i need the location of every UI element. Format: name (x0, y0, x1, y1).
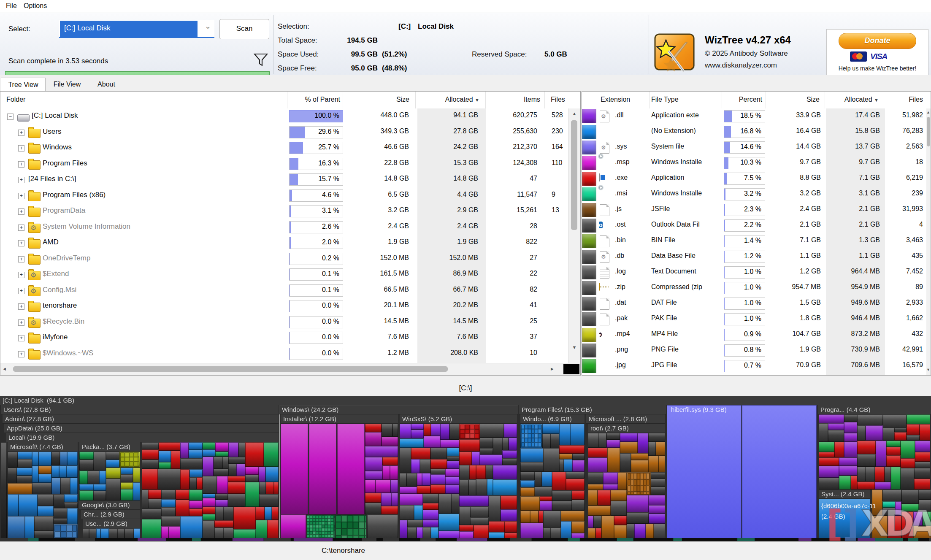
folder-table-row[interactable]: +AMD2.0 %1.9 GB1.9 GB822 (0, 235, 569, 251)
extension-table-row[interactable]: .pakPAK File1.0 %1.8 GB946.4 MB1,662 (582, 311, 927, 327)
treemap-canvas[interactable] (0, 396, 931, 541)
vertical-scrollbar[interactable]: ▲ ▼ (568, 108, 580, 364)
expand-toggle[interactable]: + (18, 145, 24, 151)
col-file-type[interactable]: File Type (650, 92, 722, 108)
items-value: 212,370 (487, 143, 537, 151)
folder-table-row[interactable]: +[24 Files in C:\]15.7 %14.8 GB14.8 GB47 (0, 172, 569, 188)
col-items[interactable]: Items (486, 92, 545, 108)
expand-toggle[interactable]: + (18, 193, 24, 199)
expand-toggle[interactable]: + (18, 272, 24, 278)
extension-table-row[interactable]: ⚙.sysSystem file14.6 %14.4 GB13.7 GB2,56… (582, 140, 927, 155)
folder-table-row[interactable]: +$Recycle.Bin0.0 %14.5 MB14.5 MB25 (0, 314, 569, 330)
extension-table-row[interactable]: .exeApplication7.5 %8.8 GB7.1 GB6,219 (582, 171, 927, 187)
col-percent[interactable]: Percent (722, 92, 766, 108)
horizontal-scrollbar[interactable]: ◄ ► (0, 363, 580, 375)
expand-toggle[interactable]: + (18, 319, 24, 326)
expand-toggle[interactable]: + (18, 161, 24, 168)
col-size[interactable]: Size (343, 92, 416, 108)
extension-table-row[interactable]: o.ostOutlook Data Fil2.2 %2.1 GB2.1 GB4 (582, 218, 927, 233)
scroll-up-arrow[interactable]: ▲ (926, 110, 931, 114)
vertical-scrollbar[interactable]: ▲ ▼ (926, 108, 931, 375)
donate-panel: Donate VISA Help us make WizTree better! (826, 29, 928, 77)
allocated-value: 964.4 MB (826, 268, 880, 275)
col-allocated[interactable]: Allocated ▼ (416, 92, 486, 108)
menu-file[interactable]: File (3, 1, 20, 11)
extension-table-row[interactable]: .pngPNG File0.8 %1.9 GB730.9 MB42,991 (582, 343, 927, 358)
col-files[interactable]: Files (545, 92, 569, 108)
file-type: PNG File (651, 346, 721, 353)
folder-table-row[interactable]: +System Volume Information2.6 %2.4 GB2.4… (0, 219, 569, 235)
extension-color-swatch (582, 344, 596, 357)
scroll-thumb[interactable] (571, 120, 577, 230)
col-files[interactable]: Files (884, 92, 926, 108)
col-extension[interactable]: Extension (582, 92, 650, 108)
scan-button[interactable]: Scan (219, 19, 269, 39)
folder-table-row[interactable]: +Program Files (x86)4.6 %6.5 GB4.4 GB11,… (0, 188, 569, 204)
application-icon (599, 174, 600, 181)
folder-table-row[interactable]: +Program Files16.3 %22.8 GB15.3 GB124,30… (0, 156, 569, 172)
scroll-down-arrow[interactable]: ▼ (926, 368, 931, 372)
expand-toggle[interactable]: + (18, 256, 24, 262)
col-folder[interactable]: Folder (0, 92, 287, 108)
folder-table-row[interactable]: +tenorshare0.0 %20.1 MB20.2 MB41 (0, 298, 569, 314)
website-link[interactable]: www.diskanalyzer.com (705, 61, 777, 70)
scroll-thumb[interactable] (13, 366, 448, 372)
folder-table-row[interactable]: +$Windows.~WS0.0 %1.2 MB208.0 KB10 (0, 346, 569, 362)
extension-table-row[interactable]: ▶.mp4MP4 File0.9 %104.7 GB873.2 MB432 (582, 327, 927, 343)
menu-options[interactable]: Options (20, 1, 50, 11)
expand-toggle[interactable]: + (18, 208, 24, 215)
extension-table-row[interactable]: .zipCompressed (zip1.0 %954.7 MB954.9 MB… (582, 280, 927, 296)
drive-select[interactable]: [C:] Local Disk ⌄ (59, 20, 214, 38)
col-allocated[interactable]: Allocated ▼ (825, 92, 884, 108)
col-size[interactable]: Size (766, 92, 825, 108)
folder-table-row[interactable]: +$Extend0.1 %161.5 MB86.9 MB22 (0, 267, 569, 283)
tab-about[interactable]: About (90, 78, 122, 91)
tab-tree-view[interactable]: Tree View (1, 78, 46, 91)
extension-table-row[interactable]: .binBIN File1.4 %7.1 GB1.3 GB3,463 (582, 233, 927, 249)
extension-table-row[interactable]: ⚙.dbData Base File1.2 %1.1 GB1.1 GB435 (582, 249, 927, 265)
expand-toggle[interactable]: + (18, 303, 24, 310)
expand-toggle[interactable]: + (18, 177, 24, 183)
folder-table-row[interactable]: +Windows25.7 %46.6 GB24.2 GB212,370164 (0, 140, 569, 156)
extension-table-row[interactable]: .datDAT File1.0 %1.5 GB949.6 MB2,933 (582, 296, 927, 311)
extension-table-row[interactable]: ⚙.dllApplication exte18.5 %33.9 GB17.4 G… (582, 108, 927, 124)
folder-table-row[interactable]: +ProgramData3.1 %3.2 GB2.9 GB15,26113 (0, 203, 569, 219)
total-space-value: 194.5 GB (295, 36, 378, 45)
scroll-left-arrow[interactable]: ◄ (2, 366, 7, 371)
extension-table-row[interactable]: .logText Document1.0 %1.2 GB964.4 MB7,45… (582, 265, 927, 280)
expand-toggle[interactable]: + (18, 130, 24, 136)
expand-toggle[interactable]: + (18, 351, 24, 357)
treemap[interactable] (0, 396, 931, 541)
file-type: JSFile (651, 205, 721, 213)
expand-toggle[interactable]: + (18, 335, 24, 341)
collapse-toggle[interactable]: − (7, 114, 14, 120)
file-type: Windows Installe (651, 189, 721, 197)
extension-table-row[interactable]: .jsJSFile2.3 %2.4 GB2.1 GB31,993 (582, 202, 927, 218)
extension-table-row[interactable]: (No Extension)16.8 %16.4 GB15.8 GB76,283 (582, 124, 927, 140)
scroll-up-arrow[interactable]: ▲ (568, 111, 580, 116)
col-percent-of-parent[interactable]: % of Parent (287, 92, 343, 108)
folder-icon (28, 350, 41, 360)
scroll-down-arrow[interactable]: ▼ (568, 345, 580, 350)
scroll-right-arrow[interactable]: ► (550, 366, 555, 371)
folder-table-row[interactable]: −[C:] Local Disk100.0 %448.0 GB94.1 GB62… (0, 108, 569, 124)
extension-name: .jpg (615, 361, 626, 369)
chevron-down-icon[interactable]: ⌄ (205, 22, 211, 31)
visa-icon: VISA (870, 52, 887, 61)
folder-table-row[interactable]: +iMyfone0.0 %7.6 MB7.6 MB37 (0, 330, 569, 346)
scroll-thumb[interactable] (927, 117, 930, 146)
extension-table-row[interactable]: .jpgJPG File0.7 %70.9 GB709.6 MB16,579 (582, 358, 927, 374)
donate-button[interactable]: Donate (839, 33, 916, 49)
size-value: 1.9 GB (346, 238, 409, 246)
folder-table-row[interactable]: +OneDriveTemp0.2 %152.0 MB152.0 MB27 (0, 251, 569, 267)
expand-toggle[interactable]: + (18, 240, 24, 246)
folder-table-row[interactable]: +Users29.6 %349.3 GB27.8 GB255,630230 (0, 124, 569, 141)
drive-select-value: [C:] Local Disk (60, 21, 198, 37)
folder-table-row[interactable]: +Config.Msi0.1 %66.5 MB66.7 MB82 (0, 283, 569, 299)
tab-file-view[interactable]: File View (46, 78, 88, 91)
expand-toggle[interactable]: + (18, 288, 24, 294)
filter-icon[interactable] (253, 53, 268, 69)
extension-table-row[interactable]: .mspWindows Installe10.3 %9.7 GB9.7 GB18 (582, 155, 927, 171)
extension-table-row[interactable]: .msiWindows Installe3.2 %3.2 GB3.1 GB239 (582, 187, 927, 202)
expand-toggle[interactable]: + (18, 225, 24, 231)
